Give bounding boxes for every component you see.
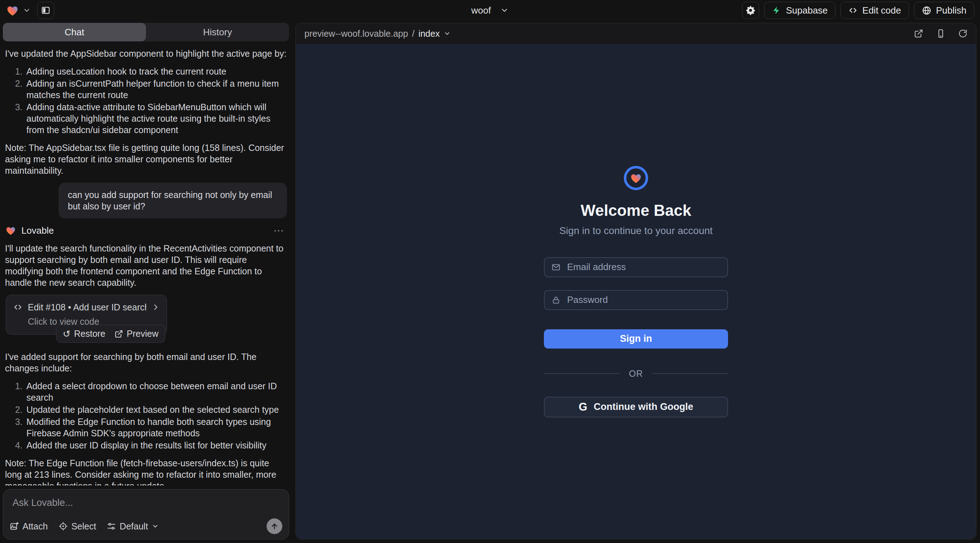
lovable-logo-menu[interactable]	[6, 3, 31, 17]
code-icon	[13, 303, 22, 312]
restore-icon: ↺	[63, 329, 71, 338]
refresh-preview-button[interactable]	[958, 29, 967, 38]
assistant-text: Note: The Edge Function file (fetch-fire…	[5, 457, 287, 486]
preview-label: Preview	[127, 329, 159, 339]
sign-in-button[interactable]: Sign in	[544, 329, 728, 349]
email-input[interactable]	[566, 261, 721, 273]
login-title: Welcome Back	[581, 202, 691, 219]
preview-topbar: preview--woof.lovable.app / index	[296, 23, 976, 44]
or-label: OR	[629, 368, 643, 379]
preview-url-path: index	[418, 29, 440, 39]
open-in-new-tab-button[interactable]	[914, 29, 923, 38]
chevron-down-icon	[444, 30, 451, 37]
app-logo	[624, 166, 648, 190]
assistant-text: I've updated the AppSidebar component to…	[5, 48, 287, 59]
preview-url-host: preview--woof.lovable.app	[304, 29, 408, 39]
list-item: Adding data-active attribute to SidebarM…	[25, 101, 287, 136]
app-preview: Welcome Back Sign in to continue to your…	[296, 44, 976, 539]
topbar: woof Supabase Edit code P	[0, 0, 980, 21]
chevron-right-icon	[152, 303, 159, 311]
or-divider: OR	[544, 368, 728, 379]
chat-panel: Chat History I've updated the AppSidebar…	[0, 21, 292, 543]
attach-image-icon	[10, 522, 19, 531]
locate-icon	[59, 522, 68, 531]
assistant-message-header: Lovable ⋯	[5, 225, 287, 236]
preview-url[interactable]: preview--woof.lovable.app / index	[304, 29, 451, 39]
message-menu-button[interactable]: ⋯	[270, 225, 287, 236]
chat-input[interactable]	[10, 495, 282, 511]
publish-label: Publish	[936, 5, 966, 16]
chat-history-tabs: Chat History	[3, 23, 289, 41]
select-label: Select	[72, 521, 96, 532]
google-g-icon: G	[579, 401, 587, 413]
edit-code-label: Edit code	[862, 5, 901, 16]
toggle-sidebar-button[interactable]	[37, 2, 54, 19]
mode-selector[interactable]: Default	[107, 521, 159, 532]
lock-icon	[551, 295, 561, 305]
sliders-icon	[107, 522, 116, 531]
edit-card-actions: ↺ Restore Preview	[56, 325, 165, 343]
login-card: Welcome Back Sign in to continue to your…	[544, 166, 728, 418]
login-subtitle: Sign in to continue to your account	[559, 225, 713, 237]
external-link-icon	[115, 330, 123, 338]
password-input[interactable]	[566, 294, 721, 306]
user-message: can you add support for searching not on…	[59, 183, 287, 218]
password-field[interactable]	[544, 290, 728, 310]
code-icon	[848, 6, 858, 15]
project-switcher[interactable]: woof	[471, 5, 509, 16]
edit-card-title: Edit #108 • Add user ID search supp...	[28, 302, 146, 313]
select-element-button[interactable]: Select	[59, 521, 96, 532]
mobile-view-button[interactable]	[936, 29, 945, 38]
list-item: Updated the placeholder text based on th…	[25, 404, 287, 415]
project-name: woof	[471, 5, 491, 16]
tab-history[interactable]: History	[146, 23, 289, 41]
mail-icon	[551, 263, 561, 272]
assistant-text: I'll update the search functionality in …	[5, 243, 287, 288]
arrow-up-icon	[270, 522, 279, 530]
google-label: Continue with Google	[594, 402, 694, 413]
supabase-bolt-icon	[772, 6, 781, 15]
list-item: Added the user ID display in the results…	[25, 440, 287, 451]
edit-version-card[interactable]: Edit #108 • Add user ID search supp... C…	[6, 295, 167, 335]
list-item: Modified the Edge Function to handle bot…	[25, 416, 287, 439]
attach-label: Attach	[22, 521, 48, 532]
assistant-text: I've added support for searching by both…	[5, 351, 287, 374]
external-link-icon	[914, 29, 923, 38]
attach-button[interactable]: Attach	[10, 521, 48, 532]
divider-line	[652, 373, 728, 374]
assistant-name: Lovable	[21, 225, 54, 236]
supabase-label: Supabase	[786, 5, 827, 16]
send-button[interactable]	[267, 518, 282, 534]
email-field[interactable]	[544, 257, 728, 277]
chevron-down-icon	[500, 6, 509, 14]
composer: Attach Select Default	[3, 489, 289, 540]
chat-messages[interactable]: I've updated the AppSidebar component to…	[0, 41, 292, 486]
settings-button[interactable]	[742, 2, 759, 19]
lovable-heart-icon	[5, 225, 16, 236]
restore-label: Restore	[74, 329, 106, 339]
supabase-button[interactable]: Supabase	[764, 2, 835, 19]
preview-button[interactable]: Preview	[115, 329, 159, 339]
preview-actions	[914, 29, 967, 38]
assistant-text: Note: The AppSidebar.tsx file is getting…	[5, 142, 287, 176]
chevron-down-icon	[152, 523, 159, 530]
globe-icon	[922, 6, 931, 15]
list-item: Adding an isCurrentPath helper function …	[25, 78, 287, 101]
preview-url-separator: /	[412, 29, 414, 39]
lovable-heart-icon	[6, 3, 19, 17]
google-sign-in-button[interactable]: G Continue with Google	[544, 397, 728, 418]
restore-button[interactable]: ↺ Restore	[63, 329, 105, 339]
refresh-icon	[958, 29, 967, 38]
user-message-text: can you add support for searching not on…	[68, 190, 272, 211]
edit-code-button[interactable]: Edit code	[840, 2, 908, 19]
assistant-list: Added a select dropdown to choose betwee…	[5, 380, 287, 451]
chevron-down-icon	[23, 6, 31, 14]
assistant-list: Adding useLocation hook to track the cur…	[5, 66, 287, 136]
list-item: Adding useLocation hook to track the cur…	[25, 66, 287, 77]
publish-button[interactable]: Publish	[914, 2, 974, 19]
panel-left-icon	[41, 6, 50, 15]
preview-panel: preview--woof.lovable.app / index	[296, 23, 977, 540]
mobile-device-icon	[936, 29, 945, 38]
heart-logo-icon	[630, 171, 643, 184]
tab-chat[interactable]: Chat	[3, 23, 146, 41]
